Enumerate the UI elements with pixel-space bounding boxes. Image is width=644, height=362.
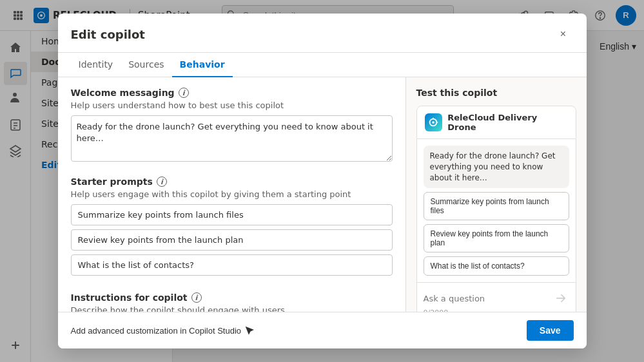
starter-prompts-desc: Help users engage with this copilot by g… (71, 189, 393, 199)
add-customization-button[interactable]: Add advanced customization in Copilot St… (71, 326, 255, 336)
chat-ui: ReleCloud Delivery Drone Ready for the d… (416, 106, 576, 312)
welcome-messaging-info-icon[interactable]: i (179, 88, 189, 98)
tab-sources[interactable]: Sources (121, 53, 171, 77)
chat-bubble-area: Ready for the drone launch? Get everythi… (416, 139, 576, 283)
chat-prompt-btn-1[interactable]: Summarize key points from launch files (424, 192, 569, 220)
modal-title: Edit copilot (71, 28, 145, 41)
copilot-name: ReleCloud Delivery Drone (447, 113, 567, 132)
chat-input-area: 0/2000 (416, 283, 576, 312)
chat-header: ReleCloud Delivery Drone (416, 106, 576, 139)
add-customization-label: Add advanced customization in Copilot St… (71, 326, 242, 336)
starter-prompts-title: Starter prompts i (71, 176, 393, 187)
welcome-messaging-section: Welcome messaging i Help users understan… (71, 88, 393, 164)
modal-close-button[interactable]: × (553, 24, 574, 44)
instructions-title: Instructions for copilot i (71, 292, 393, 303)
starter-prompts-info-icon[interactable]: i (157, 176, 167, 187)
copilot-avatar (425, 113, 443, 131)
tab-behavior[interactable]: Behavior (172, 53, 233, 77)
modal-overlay: Edit copilot × Identity Sources Behavior… (0, 0, 644, 362)
instructions-info-icon[interactable]: i (191, 292, 202, 303)
save-button[interactable]: Save (527, 320, 574, 341)
instructions-desc: Describe how the copilot should engage w… (71, 305, 393, 312)
chat-send-button[interactable] (551, 289, 569, 307)
chat-prompt-btn-3[interactable]: What is the list of contacts? (424, 256, 569, 276)
starter-prompt-3[interactable] (71, 254, 393, 276)
instructions-section: Instructions for copilot i Describe how … (71, 292, 393, 312)
chat-input[interactable] (424, 289, 547, 307)
modal-header: Edit copilot × (58, 14, 587, 53)
starter-prompt-1[interactable] (71, 204, 393, 225)
starter-prompt-2[interactable] (71, 229, 393, 251)
starter-prompts-section: Starter prompts i Help users engage with… (71, 176, 393, 280)
chat-prompt-btn-2[interactable]: Review key points from the launch plan (424, 224, 569, 252)
modal-body: Welcome messaging i Help users understan… (58, 77, 587, 312)
cursor-icon (245, 326, 254, 335)
test-copilot-panel: Test this copilot ReleCloud Delive (406, 77, 587, 312)
modal-form-area: Welcome messaging i Help users understan… (58, 77, 406, 312)
welcome-messaging-title: Welcome messaging i (71, 88, 393, 98)
modal-footer: Add advanced customization in Copilot St… (58, 312, 587, 348)
welcome-messaging-textarea[interactable]: Ready for the drone launch? Get everythi… (71, 115, 393, 162)
test-panel-title: Test this copilot (416, 88, 576, 98)
modal-tabs: Identity Sources Behavior (58, 53, 587, 77)
chat-input-row (424, 289, 569, 307)
svg-point-19 (433, 121, 435, 124)
welcome-messaging-desc: Help users understand how to best use th… (71, 100, 393, 110)
chat-bot-message: Ready for the drone launch? Get everythi… (424, 146, 569, 188)
edit-copilot-modal: Edit copilot × Identity Sources Behavior… (58, 14, 587, 348)
tab-identity[interactable]: Identity (71, 53, 121, 77)
